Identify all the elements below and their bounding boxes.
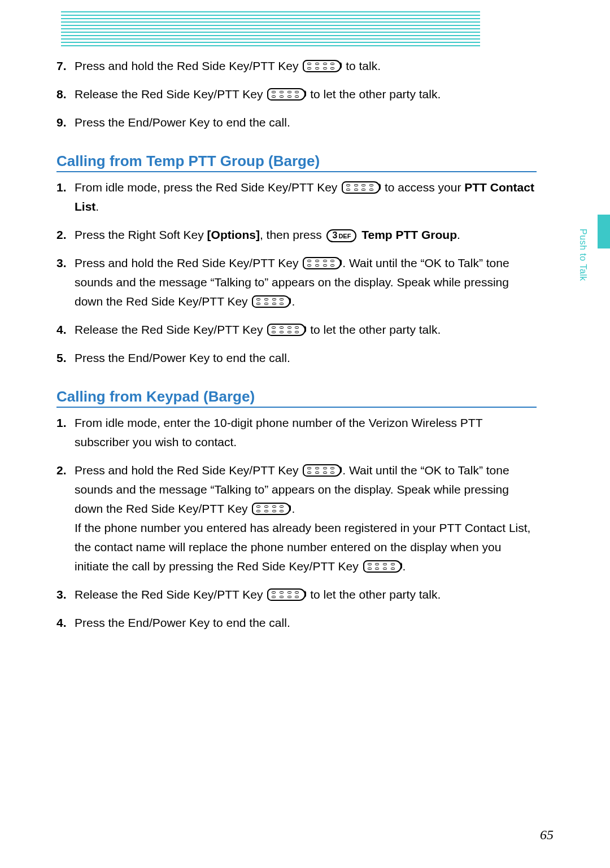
step-number: 8. (56, 85, 67, 104)
step-text: From idle mode, enter the 10-digit phone… (75, 416, 482, 448)
step-text: to let the other party talk. (310, 88, 441, 101)
ptt-key-icon (342, 181, 380, 194)
step-list-keypad: 1. From idle mode, enter the 10-digit ph… (56, 413, 537, 633)
step-text: . (403, 560, 406, 573)
step-number: 1. (56, 178, 67, 197)
step-number: 2. (56, 461, 67, 480)
step-number: 3. (56, 585, 67, 604)
step-text: to let the other party talk. (310, 323, 441, 336)
step-list-barge: 1. From idle mode, press the Red Side Ke… (56, 178, 537, 368)
page-content: 7. Press and hold the Red Side Key/PTT K… (56, 11, 554, 633)
step-text: Release the Red Side Key/PTT Key (75, 88, 266, 101)
list-item: 7. Press and hold the Red Side Key/PTT K… (56, 56, 537, 76)
step-text: Press and hold the Red Side Key/PTT Key (75, 256, 302, 269)
ptt-key-icon (303, 464, 341, 477)
bold-text: Temp PTT Group (361, 228, 457, 241)
step-number: 7. (56, 56, 67, 76)
step-text: . (95, 200, 99, 213)
list-item: 2. Press the Right Soft Key [Options], t… (56, 225, 537, 245)
step-text: Press and hold the Red Side Key/PTT Key (75, 464, 302, 477)
list-item: 4. Press the End/Power Key to end the ca… (56, 613, 537, 633)
page-number: 65 (540, 827, 554, 843)
step-number: 1. (56, 413, 67, 433)
header-decoration (61, 11, 480, 49)
ptt-key-icon (303, 257, 341, 269)
step-text: to let the other party talk. (310, 588, 441, 601)
manual-page: Push to Talk 7. Press and hold the Red S… (0, 0, 610, 868)
list-item: 3. Press and hold the Red Side Key/PTT K… (56, 254, 537, 311)
list-item: 4. Release the Red Side Key/PTT Key to l… (56, 320, 537, 339)
step-number: 5. (56, 348, 67, 368)
step-text: Press the End/Power Key to end the call. (75, 351, 290, 364)
step-text: Press the End/Power Key to end the call. (75, 116, 290, 129)
section-heading-keypad: Calling from Keypad (Barge) (56, 388, 537, 408)
section-tab-block (598, 215, 610, 248)
ptt-key-icon (252, 295, 290, 308)
section-heading-temp-ptt: Calling from Temp PTT Group (Barge) (56, 152, 537, 172)
list-item: 1. From idle mode, press the Red Side Ke… (56, 178, 537, 216)
step-text: to access your (385, 181, 464, 194)
step-text: to talk. (346, 59, 381, 72)
ptt-key-icon (267, 88, 306, 101)
keypad-3def-icon: 3DEF (326, 229, 356, 242)
step-text: . (291, 502, 295, 515)
ptt-key-icon (267, 588, 306, 601)
list-item: 5. Press the End/Power Key to end the ca… (56, 348, 537, 368)
ptt-key-icon (303, 60, 341, 72)
step-number: 3. (56, 254, 67, 273)
list-item: 3. Release the Red Side Key/PTT Key to l… (56, 585, 537, 604)
step-text: Press the End/Power Key to end the call. (75, 616, 290, 629)
step-text: . (457, 228, 460, 241)
ptt-key-icon (363, 560, 402, 573)
step-number: 9. (56, 113, 67, 132)
step-text: , then press (260, 228, 325, 241)
list-item: 8. Release the Red Side Key/PTT Key to l… (56, 85, 537, 104)
step-number: 2. (56, 225, 67, 245)
step-text: Press the Right Soft Key (75, 228, 207, 241)
step-list-continued: 7. Press and hold the Red Side Key/PTT K… (56, 56, 537, 132)
bold-text: [Options] (207, 228, 260, 241)
section-tab-label: Push to Talk (578, 229, 588, 281)
step-text: Release the Red Side Key/PTT Key (75, 323, 266, 336)
list-item: 2. Press and hold the Red Side Key/PTT K… (56, 461, 537, 576)
list-item: 1. From idle mode, enter the 10-digit ph… (56, 413, 537, 452)
step-text: From idle mode, press the Red Side Key/P… (75, 181, 341, 194)
step-text: Press and hold the Red Side Key/PTT Key (75, 59, 302, 72)
step-number: 4. (56, 613, 67, 633)
step-text: . (291, 295, 295, 308)
list-item: 9. Press the End/Power Key to end the ca… (56, 113, 537, 132)
ptt-key-icon (267, 324, 306, 336)
step-text: Release the Red Side Key/PTT Key (75, 588, 266, 601)
step-text: If the phone number you entered has alre… (75, 521, 530, 573)
ptt-key-icon (252, 503, 290, 515)
step-number: 4. (56, 320, 67, 339)
